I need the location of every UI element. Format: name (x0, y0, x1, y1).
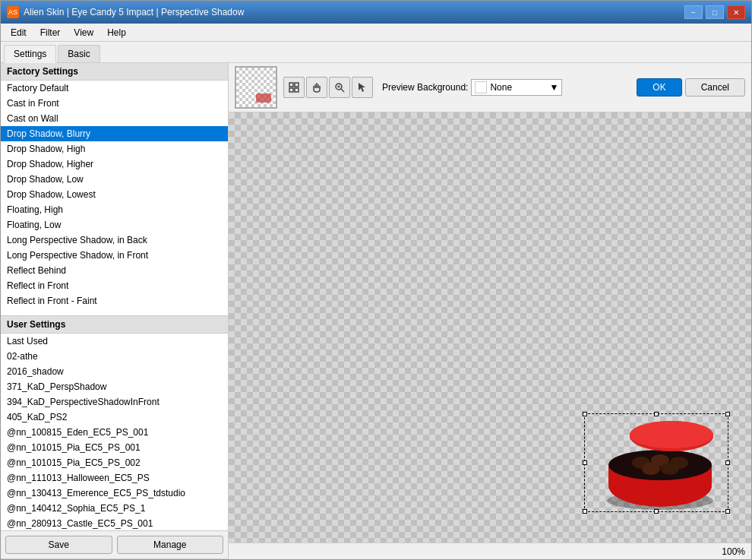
svg-rect-1 (295, 83, 299, 87)
preview-bg-dropdown-icon: ▼ (550, 82, 559, 93)
preview-bg-swatch (475, 81, 487, 93)
left-panel: Factory Settings Factory Default Cast in… (1, 63, 229, 559)
list-item[interactable]: @nn_130413_Emerence_EC5_PS_tdstudio (1, 486, 228, 501)
list-item[interactable]: Reflect in Front (1, 278, 228, 293)
close-button[interactable]: ✕ (727, 5, 745, 19)
menu-filter[interactable]: Filter (33, 25, 68, 40)
tab-basic[interactable]: Basic (58, 45, 100, 62)
status-bar: 100% (229, 543, 751, 559)
list-item[interactable]: @nn_101015_Pia_EC5_PS_001 (1, 440, 228, 455)
zoom-fit-button[interactable] (283, 77, 305, 98)
selection-handle-bl[interactable] (583, 509, 587, 514)
list-item[interactable]: @nn_111013_Halloween_EC5_PS (1, 470, 228, 486)
factory-settings-section: Factory Settings Factory Default Cast in… (1, 63, 228, 316)
save-button[interactable]: Save (5, 536, 112, 554)
preview-area (229, 112, 751, 543)
title-bar-left: AS Alien Skin | Eye Candy 5 Impact | Per… (7, 6, 244, 18)
selection-handle-br[interactable] (725, 509, 730, 514)
hand-icon (311, 81, 323, 93)
list-item[interactable]: @nn_100815_Eden_EC5_PS_001 (1, 425, 228, 440)
list-item[interactable]: Factory Default (1, 81, 228, 96)
menu-help[interactable]: Help (100, 25, 133, 40)
factory-settings-list[interactable]: Factory Default Cast in Front Cast on Wa… (1, 81, 228, 315)
title-bar: AS Alien Skin | Eye Candy 5 Impact | Per… (1, 1, 751, 24)
list-item[interactable]: 394_KaD_PerspectiveShadowInFront (1, 394, 228, 410)
selection-handle-tl[interactable] (583, 412, 587, 416)
list-buttons: Save Manage (1, 530, 228, 558)
title-bar-controls: − □ ✕ (684, 5, 745, 19)
selection-handle-tm[interactable] (654, 412, 659, 416)
selection-handle-bm[interactable] (654, 509, 659, 514)
main-content: Factory Settings Factory Default Cast in… (1, 63, 751, 559)
thumbnail-shadow (256, 93, 271, 103)
list-item[interactable]: Reflect Behind (1, 263, 228, 278)
ok-button[interactable]: OK (637, 78, 681, 96)
manage-button[interactable]: Manage (117, 536, 224, 554)
svg-rect-0 (289, 83, 293, 87)
magnify-icon (333, 81, 346, 93)
user-settings-section: User Settings Last Used 02-athe 2016_sha… (1, 316, 228, 559)
preview-thumbnail (235, 66, 277, 109)
list-item[interactable]: @nn_101015_Pia_EC5_PS_002 (1, 455, 228, 470)
svg-line-5 (341, 89, 344, 92)
list-item[interactable]: Long Perspective Shadow, in Back (1, 233, 228, 248)
list-item[interactable]: Drop Shadow, Higher (1, 157, 228, 172)
list-item[interactable]: 02-athe (1, 349, 228, 364)
right-panel: Preview Background: None ▼ OK Cancel (229, 63, 751, 559)
preview-bg-select[interactable]: None ▼ (471, 79, 562, 96)
preview-toolbar: Preview Background: None ▼ OK Cancel (229, 63, 751, 112)
list-item[interactable]: 371_KaD_PerspShadow (1, 379, 228, 394)
window-title: Alien Skin | Eye Candy 5 Impact | Perspe… (24, 7, 244, 17)
menu-bar: Edit Filter View Help (1, 24, 751, 42)
selection-handle-lm[interactable] (583, 460, 587, 465)
preview-area-inner (229, 112, 751, 543)
list-item[interactable]: Reflect in Front - Faint (1, 293, 228, 308)
list-item[interactable]: Long Perspective Shadow, in Front (1, 248, 228, 263)
main-window: AS Alien Skin | Eye Candy 5 Impact | Per… (0, 0, 752, 560)
preview-bg-value: None (490, 82, 512, 93)
list-item[interactable]: 405_KaD_PS2 (1, 410, 228, 425)
toolbar-buttons (283, 77, 373, 98)
list-item[interactable]: Cast on Wall (1, 111, 228, 126)
list-item[interactable]: Floating, Low (1, 217, 228, 233)
arrow-icon (356, 81, 368, 93)
select-tool-button[interactable] (352, 77, 373, 98)
list-item[interactable]: Cast in Front (1, 96, 228, 111)
tabs-bar: Settings Basic (1, 42, 751, 63)
tab-settings[interactable]: Settings (4, 45, 56, 63)
user-settings-list[interactable]: Last Used 02-athe 2016_shadow 371_KaD_Pe… (1, 334, 228, 530)
list-item[interactable]: Last Used (1, 334, 228, 349)
factory-settings-header: Factory Settings (1, 63, 228, 81)
svg-rect-2 (289, 88, 293, 92)
list-item[interactable]: Drop Shadow, High (1, 141, 228, 157)
user-settings-header: User Settings (1, 316, 228, 334)
list-item-selected[interactable]: Drop Shadow, Blurry (1, 126, 228, 141)
hand-tool-button[interactable] (306, 77, 327, 98)
menu-view[interactable]: View (67, 25, 100, 40)
list-item[interactable]: @nn_280913_Castle_EC5_PS_001 (1, 516, 228, 530)
app-icon: AS (7, 6, 19, 18)
selection-handle-tr[interactable] (725, 412, 730, 416)
menu-edit[interactable]: Edit (4, 25, 33, 40)
svg-rect-3 (295, 88, 299, 92)
zoom-fit-icon (288, 81, 300, 93)
minimize-button[interactable]: − (684, 5, 703, 19)
list-item[interactable]: 2016_shadow (1, 364, 228, 379)
selection-box (584, 413, 728, 512)
zoom-level: 100% (722, 546, 745, 557)
list-item[interactable]: @nn_140412_Sophia_EC5_PS_1 (1, 501, 228, 516)
ok-cancel-buttons: OK Cancel (637, 78, 745, 96)
list-item[interactable]: Drop Shadow, Lowest (1, 187, 228, 202)
cancel-button[interactable]: Cancel (685, 78, 745, 96)
zoom-button[interactable] (329, 77, 350, 98)
list-item[interactable]: Floating, High (1, 202, 228, 217)
maximize-button[interactable]: □ (706, 5, 724, 19)
selection-handle-rm[interactable] (725, 460, 730, 465)
list-item[interactable]: Drop Shadow, Low (1, 172, 228, 187)
preview-bg-label: Preview Background: (382, 82, 468, 93)
